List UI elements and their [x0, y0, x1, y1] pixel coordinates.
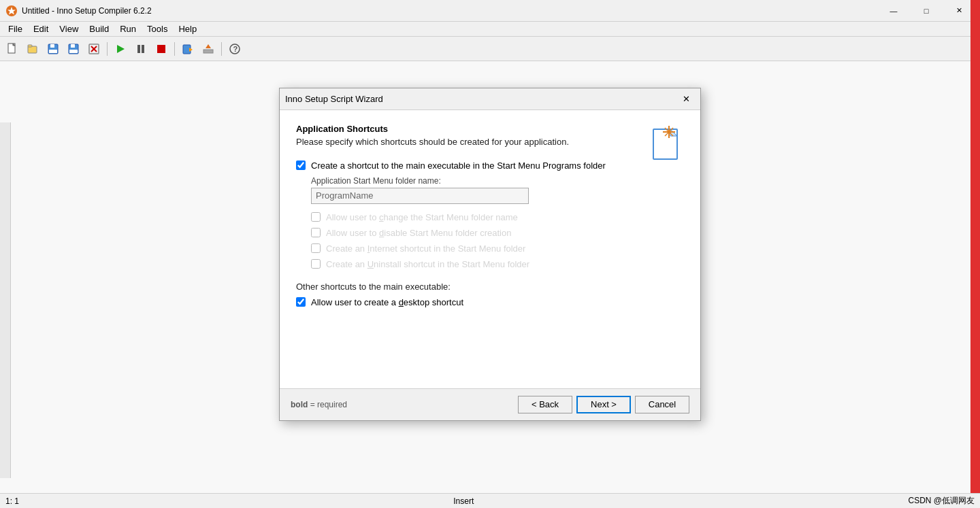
dialog-footer: bold = required < Back Next > Cancel: [280, 388, 700, 420]
option2-label[interactable]: Allow user to disable Start Menu folder …: [326, 228, 511, 238]
section-title: Application Shortcuts: [296, 124, 684, 134]
dialog-overlay: Inno Setup Script Wizard ✕: [0, 0, 980, 508]
footer-hint: bold = required: [291, 400, 514, 409]
folder-name-label: Application Start Menu folder name:: [311, 176, 684, 186]
option4-checkbox[interactable]: [311, 259, 321, 269]
dialog-title: Inno Setup Script Wizard: [285, 94, 677, 104]
back-button[interactable]: < Back: [518, 396, 572, 413]
dialog-titlebar: Inno Setup Script Wizard ✕: [280, 88, 700, 110]
option4-label[interactable]: Create an Uninstall shortcut in the Star…: [326, 259, 529, 269]
folder-name-group: Application Start Menu folder name:: [311, 176, 684, 204]
option1-row: Allow user to change the Start Menu fold…: [311, 212, 684, 222]
section-desc: Please specify which shortcuts should be…: [296, 137, 684, 147]
option2-row: Allow user to disable Start Menu folder …: [311, 228, 684, 238]
dialog-close-button[interactable]: ✕: [677, 91, 695, 106]
next-button[interactable]: Next >: [576, 396, 631, 413]
main-shortcut-row: Create a shortcut to the main executable…: [296, 160, 684, 171]
cancel-button[interactable]: Cancel: [635, 396, 689, 413]
main-shortcut-checkbox[interactable]: [296, 160, 306, 170]
folder-name-input[interactable]: [311, 188, 529, 204]
svg-point-32: [668, 130, 671, 133]
option1-label[interactable]: Allow user to change the Start Menu fold…: [326, 212, 518, 222]
other-shortcuts-label: Other shortcuts to the main executable:: [296, 282, 684, 292]
option2-checkbox[interactable]: [311, 228, 321, 237]
option3-row: Create an Internet shortcut in the Start…: [311, 243, 684, 254]
option3-label[interactable]: Create an Internet shortcut in the Start…: [326, 243, 525, 254]
desktop-shortcut-row: Allow user to create a desktop shortcut: [296, 297, 684, 307]
dialog-content: Application Shortcuts Please specify whi…: [280, 110, 700, 388]
option4-row: Create an Uninstall shortcut in the Star…: [311, 259, 684, 269]
desktop-shortcut-label[interactable]: Allow user to create a desktop shortcut: [311, 297, 463, 307]
desktop-shortcut-checkbox[interactable]: [296, 297, 306, 307]
wizard-icon: [650, 124, 684, 161]
sub-options: Allow user to change the Start Menu fold…: [311, 212, 684, 269]
wizard-dialog: Inno Setup Script Wizard ✕: [279, 88, 701, 421]
option3-checkbox[interactable]: [311, 243, 321, 253]
main-shortcut-label[interactable]: Create a shortcut to the main executable…: [311, 160, 606, 171]
option1-checkbox[interactable]: [311, 212, 321, 222]
